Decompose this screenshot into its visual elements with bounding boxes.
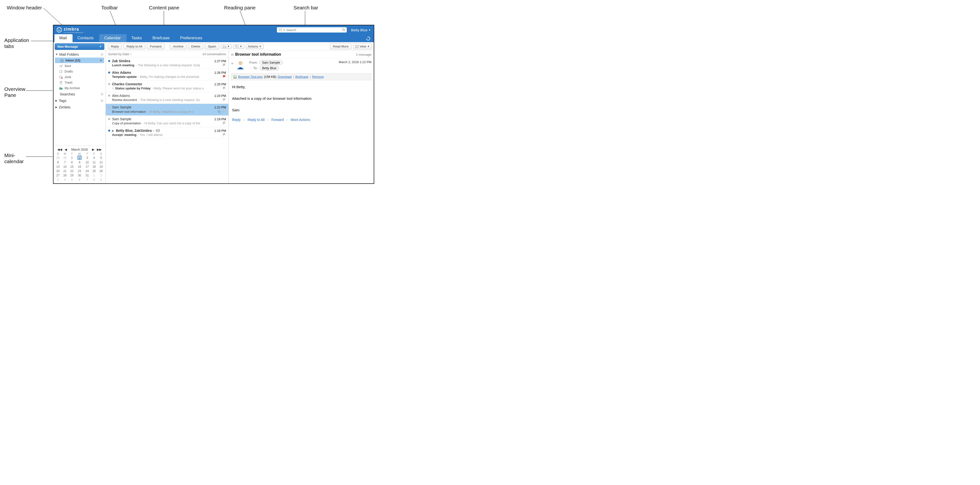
message-row[interactable]: Alex Adams 1:23 PM Review document - The… [106,92,228,104]
message-row[interactable]: Sam Sample 1:19 PM Copy of presentation … [106,116,228,127]
cal-day[interactable]: 13 [54,165,62,169]
from-contact[interactable]: Sam Sample [259,60,283,65]
flag-icon[interactable] [223,64,226,67]
to-contact[interactable]: Betty Blue [259,66,279,70]
move-folder-button[interactable]: ▼ [221,44,232,49]
flag-icon[interactable] [223,110,226,113]
cal-day[interactable]: 22 [68,169,75,173]
cal-day[interactable]: 18 [91,165,98,169]
message-row[interactable]: Sam Sample 1:22 PM Browser tool informat… [106,104,228,116]
cal-day[interactable]: 7 [84,178,91,182]
flag-icon[interactable] [223,75,226,78]
gear-icon[interactable]: ⚙ [100,92,103,96]
cal-day[interactable]: 25 [91,169,98,173]
cal-day[interactable]: 23 [75,169,84,173]
search-box[interactable]: ▼ [277,27,347,33]
collapse-thread-icon[interactable]: ⊟ [231,53,234,56]
cal-day[interactable]: 17 [84,165,91,169]
attachment-remove[interactable]: Remove [312,75,324,78]
archive-button[interactable]: Archive [170,43,186,49]
cal-day[interactable]: 29 [68,173,75,178]
cal-day[interactable]: 9 [98,178,105,182]
cal-day[interactable]: 19 [98,165,105,169]
read-more-button[interactable]: Read More [330,43,352,49]
cal-day[interactable]: 27 [54,173,62,178]
flag-icon[interactable] [223,133,226,137]
action-more[interactable]: More Actions [291,118,310,122]
section-searches[interactable]: Searches ⚙ [54,91,105,97]
refresh-button[interactable] [363,35,374,42]
action-reply-all[interactable]: Reply to All [247,118,264,122]
gear-icon[interactable]: ⚙ [100,99,103,103]
cal-day[interactable]: 21 [62,169,68,173]
mail-scope-icon[interactable] [279,29,282,31]
cal-day[interactable]: 14 [62,165,68,169]
folder-inbox[interactable]: Inbox (12) ▼ [55,57,104,63]
tab-briefcase[interactable]: Briefcase [148,34,175,42]
tab-contacts[interactable]: Contacts [73,34,99,42]
attachment-download[interactable]: Download [278,75,291,78]
cal-prev-month[interactable]: ◀ [65,148,67,151]
flag-icon[interactable] [223,98,226,102]
folder-trash[interactable]: Trash [54,80,105,85]
new-message-button[interactable]: New Message ▼ [55,43,104,50]
cal-day[interactable]: 15 [68,165,75,169]
cal-day[interactable]: 24 [84,169,91,173]
reply-all-button[interactable]: Reply to All [123,43,145,49]
folder-drafts[interactable]: Drafts [54,69,105,74]
tag-button[interactable]: ▼ [233,44,244,49]
chevron-down-icon[interactable]: ▼ [100,59,102,62]
thread-expand-icon[interactable]: ▶ [112,129,114,132]
actions-button[interactable]: Actions▼ [246,44,264,49]
cal-day[interactable]: 8 [91,178,98,182]
action-forward[interactable]: Forward [271,118,284,122]
cal-day[interactable]: 6 [54,160,62,165]
sort-header[interactable]: Sorted by Date ▽ 14 conversations [106,51,228,57]
tab-mail[interactable]: Mail [54,34,73,42]
cal-day[interactable]: 2 [98,173,105,178]
cal-day[interactable]: 20 [54,169,62,173]
section-mail-folders[interactable]: ▼ Mail Folders ⚙ [54,51,105,57]
folder-junk[interactable]: Junk [54,74,105,80]
tab-tasks[interactable]: Tasks [127,34,148,42]
cal-day[interactable]: 28 [54,155,62,160]
folder-my-archive[interactable]: My Archive [54,85,105,91]
attachment-briefcase[interactable]: Briefcase [296,75,309,78]
cal-day[interactable]: 31 [84,173,91,178]
cal-day[interactable]: 2 [75,155,84,160]
tab-preferences[interactable]: Preferences [175,34,208,42]
cal-next-month[interactable]: ▶ [92,148,94,151]
cal-day[interactable]: 29 [62,155,68,160]
action-reply[interactable]: Reply [232,118,241,122]
cal-prev-year[interactable]: ◀◀ [57,148,62,151]
cal-day[interactable]: 5 [98,155,105,160]
cal-next-year[interactable]: ▶▶ [97,148,102,151]
forward-button[interactable]: Forward [147,43,165,49]
cal-day[interactable]: 3 [84,155,91,160]
message-row[interactable]: Charles Connector 1:25 PM ↑ Status updat… [106,81,228,92]
cal-day[interactable]: 5 [68,178,75,182]
search-input[interactable] [286,28,342,32]
cal-day[interactable]: 16 [75,165,84,169]
cal-day[interactable]: 10 [84,160,91,165]
gear-icon[interactable]: ⚙ [100,52,103,56]
cal-day[interactable]: 3 [54,178,62,182]
user-menu[interactable]: Betty Blue ▼ [351,28,371,32]
view-button[interactable]: View▼ [353,43,372,49]
cal-day[interactable]: 4 [91,155,98,160]
delete-button[interactable]: Delete [188,43,204,49]
cal-day[interactable]: 1 [68,155,75,160]
cal-day[interactable]: 8 [68,160,75,165]
cal-day[interactable]: 9 [75,160,84,165]
tab-calendar[interactable]: Calendar [99,34,127,42]
cal-day[interactable]: 1 [91,173,98,178]
message-row[interactable]: Alex Adams 1:26 PM Template update - Bet… [106,69,228,81]
message-row[interactable]: Zak Simbra 1:27 PM Lunch meeting - The f… [106,57,228,69]
reply-button[interactable]: Reply [108,43,122,49]
cal-day[interactable]: 6 [75,178,84,182]
cal-day[interactable]: 12 [98,160,105,165]
message-row[interactable]: ▶ Betty Blue, ZakSimbra - 3 1:18 PM Acce… [106,127,228,139]
flag-icon[interactable] [223,122,226,125]
cal-day[interactable]: 30 [75,173,84,178]
cal-day[interactable]: 4 [62,178,68,182]
